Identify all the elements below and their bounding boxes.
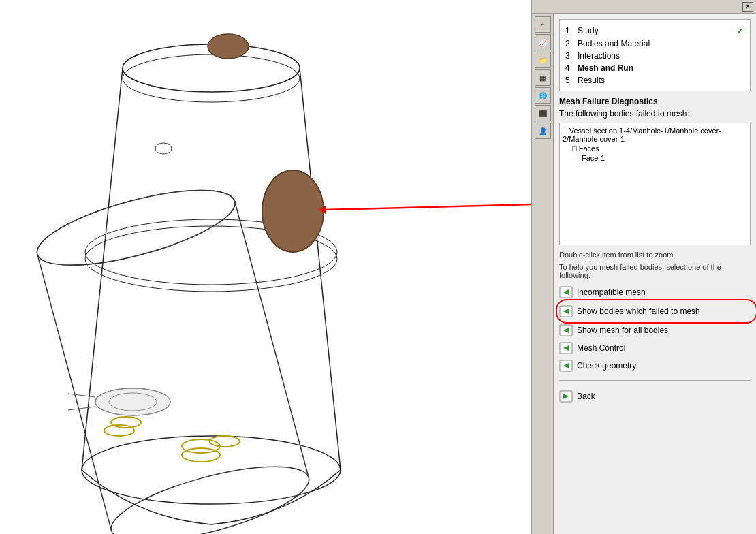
divider xyxy=(559,380,751,381)
hint-select: To help you mesh failed bodies, select o… xyxy=(559,263,751,279)
home-icon[interactable]: ⌂ xyxy=(535,16,551,33)
step-1: 1 Study ✓ xyxy=(565,24,744,37)
show-mesh-all-button[interactable]: Show mesh for all bodies xyxy=(559,321,751,339)
cube-icon[interactable]: ⬛ xyxy=(535,105,551,121)
cad-viewport[interactable] xyxy=(0,0,531,534)
back-icon xyxy=(559,390,573,403)
svg-point-13 xyxy=(208,34,249,59)
person-icon[interactable]: 👤 xyxy=(535,123,551,139)
step-4: 4 Mesh and Run xyxy=(565,62,744,74)
chart-icon[interactable]: 📈 xyxy=(535,34,551,50)
step-2: 2 Bodies and Material xyxy=(565,37,744,50)
right-panel: × ⌂ 📈 📁 ▦ 🌐 ⬛ 👤 1 Study ✓ 2 Bodies and M… xyxy=(531,0,756,534)
tree-item-vessel: □ Vessel section 1-4/Manhole-1/Manhole c… xyxy=(563,126,747,144)
hint-zoom: Double-click item from list to zoom xyxy=(559,251,751,259)
svg-point-14 xyxy=(262,170,324,252)
folder-icon[interactable]: 📁 xyxy=(535,52,551,68)
mesh-control-button[interactable]: Mesh Control xyxy=(559,339,751,357)
show-mesh-all-icon xyxy=(559,324,573,336)
svg-point-17 xyxy=(95,388,170,415)
globe-icon[interactable]: 🌐 xyxy=(535,87,551,104)
panel-content: 1 Study ✓ 2 Bodies and Material 3 Intera… xyxy=(554,14,756,534)
sidebar-icons: ⌂ 📈 📁 ▦ 🌐 ⬛ 👤 xyxy=(532,14,554,534)
close-button[interactable]: × xyxy=(742,2,753,12)
step-3: 3 Interactions xyxy=(565,50,744,62)
title-bar: × xyxy=(532,0,756,14)
info-text: The following bodies failed to mesh: xyxy=(559,109,751,119)
show-bodies-container: Show bodies which failed to mesh xyxy=(559,302,751,320)
back-button[interactable]: Back xyxy=(559,388,751,405)
svg-rect-0 xyxy=(0,0,531,534)
steps-list: 1 Study ✓ 2 Bodies and Material 3 Intera… xyxy=(559,19,751,91)
show-bodies-failed-button[interactable]: Show bodies which failed to mesh xyxy=(559,302,751,320)
incompatible-mesh-button[interactable]: Incompatible mesh xyxy=(559,283,751,301)
failed-bodies-tree[interactable]: □ Vessel section 1-4/Manhole-1/Manhole c… xyxy=(559,123,751,245)
cad-drawing xyxy=(0,0,531,534)
mesh-control-icon xyxy=(559,342,573,354)
show-bodies-icon xyxy=(559,305,573,317)
check-geometry-icon xyxy=(559,360,573,372)
incompatible-mesh-icon xyxy=(559,286,573,298)
tree-item-faces: □ Faces xyxy=(563,144,747,153)
step-5: 5 Results xyxy=(565,74,744,87)
tree-item-face1: Face-1 xyxy=(563,153,747,163)
check-geometry-button[interactable]: Check geometry xyxy=(559,357,751,375)
section-title: Mesh Failure Diagnostics xyxy=(559,97,751,106)
table-icon[interactable]: ▦ xyxy=(535,69,551,86)
